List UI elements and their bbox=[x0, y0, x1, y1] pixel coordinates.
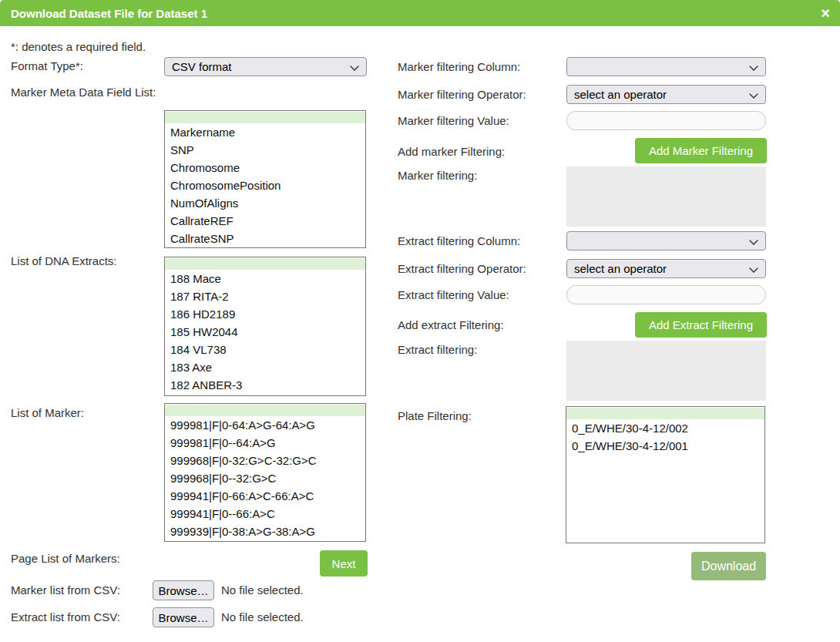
list-item[interactable]: 0_E/WHE/30-4-12/001 bbox=[566, 437, 764, 455]
chevron-down-icon bbox=[749, 88, 758, 101]
add-extract-filtering-button[interactable]: Add Extract Filtering bbox=[635, 312, 767, 338]
modal-header: Download Dataset File for Dataset 1 × bbox=[0, 0, 840, 26]
modal-title: Download Dataset File for Dataset 1 bbox=[0, 7, 207, 20]
extract-filter-operator-select[interactable]: select an operator bbox=[566, 259, 766, 278]
list-item[interactable]: 186 HD2189 bbox=[165, 305, 365, 323]
extract-csv-browse-button[interactable]: Browse… bbox=[153, 607, 214, 627]
required-field-note: *: denotes a required field. bbox=[11, 40, 146, 53]
list-item[interactable]: 999981|F|0-64:A>G-64:A>G bbox=[165, 416, 365, 434]
list-item[interactable]: ChromosomePosition bbox=[165, 176, 365, 194]
plate-filtering-listbox[interactable]: 0_E/WHE/30-4-12/0020_E/WHE/30-4-12/001 bbox=[566, 406, 765, 543]
marker-filter-operator-label: Marker filtering Operator: bbox=[398, 88, 526, 101]
list-item[interactable]: CallrateREF bbox=[165, 212, 365, 230]
plate-filtering-label: Plate Filtering: bbox=[398, 409, 472, 422]
marker-meta-label: Marker Meta Data Field List: bbox=[11, 86, 156, 99]
list-item[interactable]: CallrateSNP bbox=[165, 230, 365, 247]
extract-filter-operator-label: Extract filtering Operator: bbox=[398, 262, 526, 275]
marker-filtering-display bbox=[566, 166, 766, 227]
list-item[interactable]: Markername bbox=[165, 123, 365, 141]
list-item[interactable] bbox=[165, 405, 365, 416]
list-item[interactable]: 999941|F|0-66:A>C-66:A>C bbox=[165, 487, 365, 505]
list-item[interactable]: 183 Axe bbox=[165, 358, 365, 376]
marker-filter-column-select[interactable] bbox=[566, 57, 766, 76]
marker-filter-operator-select[interactable]: select an operator bbox=[566, 85, 766, 104]
list-item[interactable]: 999941|F|0--66:A>C bbox=[165, 505, 365, 523]
marker-meta-listbox[interactable]: MarkernameSNPChromosomeChromosomePositio… bbox=[164, 110, 366, 248]
extract-filter-operator-value: select an operator bbox=[574, 262, 667, 275]
list-item[interactable] bbox=[566, 408, 764, 419]
list-item[interactable]: 999939|F|0-38:A>G-38:A>G bbox=[165, 523, 365, 540]
list-item[interactable]: 187 RITA-2 bbox=[165, 287, 365, 305]
format-type-label: Format Type*: bbox=[11, 59, 83, 72]
marker-csv-browse-button[interactable]: Browse… bbox=[153, 580, 214, 600]
marker-filter-column-label: Marker filtering Column: bbox=[398, 60, 520, 73]
list-item[interactable]: 999968|F|0-32:G>C-32:G>C bbox=[165, 452, 365, 469]
marker-filtering-label: Marker filtering: bbox=[398, 169, 477, 182]
list-item[interactable]: NumOfAligns bbox=[165, 194, 365, 212]
marker-filter-value-input[interactable] bbox=[566, 111, 766, 130]
dna-extracts-label: List of DNA Extracts: bbox=[11, 254, 117, 267]
add-extract-filtering-label: Add extract Filtering: bbox=[398, 318, 504, 331]
chevron-down-icon bbox=[749, 60, 758, 73]
marker-filter-value-label: Marker filtering Value: bbox=[398, 114, 509, 127]
extract-filter-column-label: Extract filtering Column: bbox=[398, 234, 520, 247]
list-item[interactable]: 999981|F|0--64:A>G bbox=[165, 434, 365, 452]
dna-extracts-listbox[interactable]: 188 Mace187 RITA-2186 HD2189185 HW204418… bbox=[164, 257, 366, 396]
list-item[interactable]: 188 Mace bbox=[165, 270, 365, 287]
list-item[interactable]: Chromosome bbox=[165, 159, 365, 176]
list-item[interactable]: 182 ANBER-3 bbox=[165, 376, 365, 394]
list-item[interactable] bbox=[165, 112, 365, 123]
extract-filter-value-label: Extract filtering Value: bbox=[398, 288, 509, 301]
format-type-select[interactable]: CSV format bbox=[164, 57, 367, 76]
marker-csv-label: Marker list from CSV: bbox=[11, 583, 120, 597]
extract-filtering-display bbox=[566, 341, 766, 401]
list-item[interactable]: 999968|F|0--32:G>C bbox=[165, 469, 365, 487]
extract-filter-column-select[interactable] bbox=[566, 231, 766, 250]
list-item[interactable]: 184 VL738 bbox=[165, 341, 365, 358]
add-marker-filtering-button[interactable]: Add Marker Filtering bbox=[635, 138, 767, 163]
chevron-down-icon bbox=[350, 60, 359, 73]
extract-csv-label: Extract list from CSV: bbox=[11, 610, 120, 624]
marker-list-label: List of Marker: bbox=[11, 406, 84, 419]
extract-filter-value-input[interactable] bbox=[566, 285, 766, 304]
next-button[interactable]: Next bbox=[320, 550, 368, 576]
chevron-down-icon bbox=[749, 262, 758, 275]
list-item[interactable]: 185 HW2044 bbox=[165, 323, 365, 341]
list-item[interactable]: SNP bbox=[165, 141, 365, 159]
marker-filter-operator-value: select an operator bbox=[574, 88, 667, 101]
marker-csv-file-status: No file selected. bbox=[221, 583, 304, 597]
add-marker-filtering-label: Add marker Filtering: bbox=[398, 145, 505, 158]
extract-filtering-label: Extract filtering: bbox=[398, 343, 477, 356]
list-item[interactable] bbox=[165, 258, 365, 270]
format-type-value: CSV format bbox=[172, 60, 232, 73]
list-item[interactable]: 0_E/WHE/30-4-12/002 bbox=[566, 419, 764, 437]
download-button[interactable]: Download bbox=[691, 552, 766, 580]
chevron-down-icon bbox=[749, 234, 758, 247]
download-dataset-modal: Download Dataset File for Dataset 1 × *:… bbox=[0, 0, 840, 642]
close-icon[interactable]: × bbox=[821, 0, 830, 26]
page-list-label: Page List of Markers: bbox=[11, 552, 120, 565]
extract-csv-file-status: No file selected. bbox=[221, 610, 304, 624]
marker-listbox[interactable]: 999981|F|0-64:A>G-64:A>G999981|F|0--64:A… bbox=[164, 403, 366, 542]
